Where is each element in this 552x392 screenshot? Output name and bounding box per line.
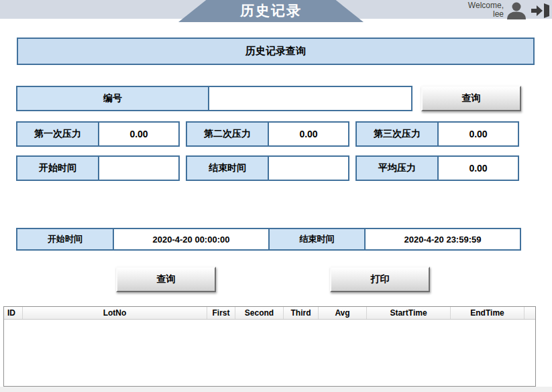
history-screen: 历史记录 Welcome, lee 历史记录查询 编号 查询 第一次压力 0.0…	[0, 0, 552, 392]
lot-number-group: 编号	[16, 86, 412, 111]
start-time-value	[99, 157, 178, 180]
range-start-label: 开始时间	[17, 229, 114, 249]
print-button[interactable]: 打印	[330, 267, 430, 292]
col-header-lotno: LotNo	[23, 307, 207, 319]
field-second-pressure: 第二次压力 0.00	[186, 121, 349, 147]
query-panel-title: 历史记录查询	[17, 38, 535, 65]
lot-search-button[interactable]: 查询	[421, 86, 521, 111]
col-header-first: First	[207, 307, 235, 319]
col-header-third: Third	[284, 307, 319, 319]
second-pressure-value: 0.00	[269, 123, 348, 145]
first-pressure-value: 0.00	[99, 123, 178, 145]
date-range-bar: 开始时间 2020-4-20 00:00:00 结束时间 2020-4-20 2…	[16, 228, 521, 251]
start-time-label: 开始时间	[17, 157, 99, 180]
third-pressure-value: 0.00	[439, 123, 518, 145]
end-time-label: 结束时间	[187, 157, 269, 180]
second-pressure-label: 第二次压力	[187, 123, 269, 145]
col-header-avg: Avg	[319, 307, 367, 319]
col-header-endtime: EndTime	[451, 307, 525, 319]
field-start-time: 开始时间	[16, 155, 180, 181]
field-avg-pressure: 平均压力 0.00	[355, 155, 519, 181]
col-header-filler	[525, 307, 535, 319]
page-banner: 历史记录	[178, 0, 364, 22]
welcome-text: Welcome, lee	[468, 1, 504, 19]
range-end-label: 结束时间	[270, 229, 366, 249]
results-table-header: ID LotNo First Second Third Avg StartTim…	[4, 307, 535, 320]
bottom-strip	[0, 387, 552, 392]
col-header-second: Second	[235, 307, 284, 319]
logout-icon[interactable]	[531, 3, 549, 18]
field-third-pressure: 第三次压力 0.00	[355, 121, 519, 147]
range-end-value[interactable]: 2020-4-20 23:59:59	[366, 229, 520, 249]
lot-number-input[interactable]	[209, 87, 411, 110]
results-table-body	[4, 320, 535, 386]
page-title: 历史记录	[240, 1, 302, 21]
range-start-value[interactable]: 2020-4-20 00:00:00	[114, 229, 270, 249]
end-time-value	[269, 157, 348, 180]
col-header-id: ID	[4, 307, 23, 319]
field-first-pressure: 第一次压力 0.00	[16, 121, 180, 147]
results-table: ID LotNo First Second Third Avg StartTim…	[3, 306, 536, 387]
welcome-username: lee	[468, 10, 504, 19]
lot-number-label: 编号	[17, 87, 209, 110]
range-query-button[interactable]: 查询	[116, 267, 216, 292]
third-pressure-label: 第三次压力	[357, 123, 439, 145]
first-pressure-label: 第一次压力	[17, 123, 99, 145]
avg-pressure-label: 平均压力	[357, 157, 439, 180]
avg-pressure-value: 0.00	[439, 157, 518, 180]
user-icon	[505, 2, 528, 19]
field-end-time: 结束时间	[186, 155, 349, 181]
col-header-starttime: StartTime	[367, 307, 451, 319]
